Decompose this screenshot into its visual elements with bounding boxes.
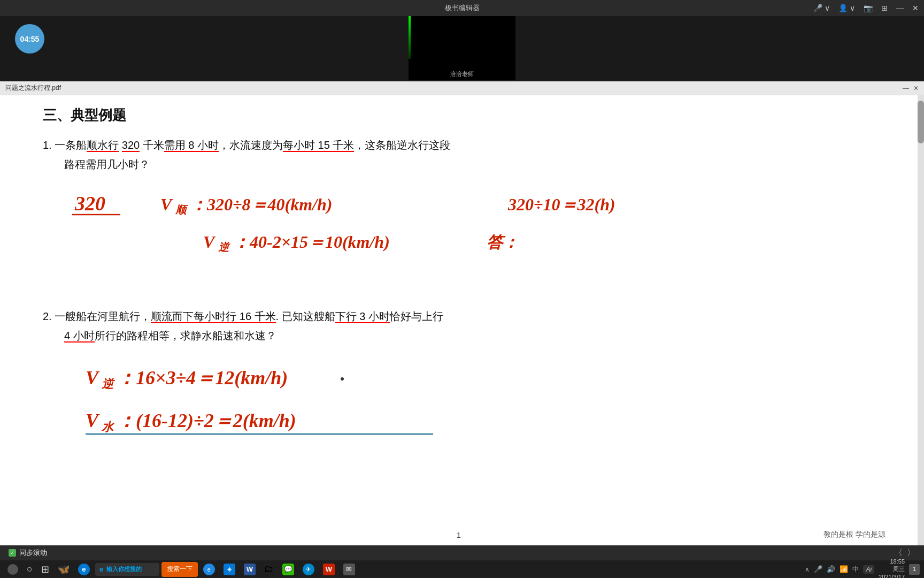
start-button[interactable] xyxy=(4,562,21,577)
arrow-up-icon[interactable]: ∧ xyxy=(805,566,810,573)
wifi-icon[interactable]: 📶 xyxy=(840,565,848,573)
speaker-icon[interactable]: 🔊 xyxy=(827,565,835,573)
right-scrollbar[interactable] xyxy=(918,95,924,546)
page-number: 1 xyxy=(457,531,461,539)
clock-date: 2021/3/17 xyxy=(879,573,905,578)
butterfly-icon: 🦋 xyxy=(58,564,70,575)
chinese-lang[interactable]: 中 xyxy=(852,565,859,574)
svg-text:逆: 逆 xyxy=(218,241,230,253)
taskbar-app-1[interactable]: 🦋 xyxy=(55,562,73,577)
clock-time: 18:55 xyxy=(879,558,905,565)
grid-icon[interactable]: ⊞ xyxy=(881,4,888,12)
nav-arrows[interactable]: 〈 〉 xyxy=(894,547,915,559)
taskbar-icon-windows[interactable]: ⊞ xyxy=(38,562,52,577)
files-icon: 🗂 xyxy=(264,564,274,575)
close-button[interactable]: ✕ xyxy=(912,4,919,12)
taskbar-icon-wps[interactable]: W xyxy=(320,562,338,577)
timer-display: 04:55 xyxy=(15,24,44,54)
mic-icon[interactable]: 🎤 ∨ xyxy=(813,4,830,12)
taskbar-edge[interactable]: e xyxy=(75,562,93,577)
content-area: 三、典型例题 1. 一条船顺水行 320 千米需用 8 小时，水流速度为每小时 … xyxy=(0,95,918,546)
teacher-label: 涪涪老师 xyxy=(409,68,515,80)
formula-v-shun: V xyxy=(160,195,173,214)
search-text: 输入你想搜的 xyxy=(106,565,142,573)
svg-text:：16×3÷4＝12(km/h): ：16×3÷4＝12(km/h) xyxy=(117,367,288,389)
taskbar: ○ ⊞ 🦋 e e 输入你想搜的 搜索一下 e ◈ W 🗂 💬 ✈ W xyxy=(0,560,924,578)
doc-title: 问题之流水行程.pdf xyxy=(5,83,61,93)
problem-2-body1: 一艘船在河里航行，顺流而下每小时行 16 千米. 已知这艘船下行 3 小时恰好与… xyxy=(55,310,443,323)
audio-level-bar xyxy=(409,16,411,59)
edge-icon: e xyxy=(78,564,90,575)
word-icon: W xyxy=(244,564,256,575)
problem-2-svg: V 逆 ：16×3÷4＝12(km/h) V 水 ：(16-12)÷2＝2(km… xyxy=(43,349,791,457)
sync-indicator: ✓ 同步滚动 xyxy=(9,548,47,558)
doc-toolbar: 问题之流水行程.pdf — ✕ xyxy=(0,81,924,95)
mail-icon: ✉ xyxy=(343,564,355,575)
svg-text:：40-2×15＝10(km/h): ：40-2×15＝10(km/h) xyxy=(233,232,390,252)
problem-1: 1. 一条船顺水行 320 千米需用 8 小时，水流速度为每小时 15 千米，这… xyxy=(43,135,886,298)
app-title: 板书编辑器 xyxy=(445,3,480,13)
ai-label: Ai xyxy=(866,566,872,573)
window-controls[interactable]: 🎤 ∨ 👤 ∨ 📷 ⊞ — ✕ xyxy=(813,4,919,12)
svg-text:顺: 顺 xyxy=(175,204,188,216)
sync-label: 同步滚动 xyxy=(19,548,47,558)
taskbar-icon-edge2[interactable]: ◈ xyxy=(220,562,238,577)
problem-1-text: 1. 一条船顺水行 320 千米需用 8 小时，水流速度为每小时 15 千米，这… xyxy=(43,135,886,155)
search-icon: e xyxy=(99,565,103,573)
nav-left-arrow[interactable]: 〈 xyxy=(894,547,903,559)
taskbar-icon-telegram[interactable]: ✈ xyxy=(299,562,318,577)
search-button[interactable]: 搜索一下 xyxy=(161,562,198,577)
problem-1-body: 一条船顺水行 320 千米需用 8 小时，水流速度为每小时 15 千米，这条船逆… xyxy=(55,139,450,152)
section-title: 三、典型例题 xyxy=(43,106,886,125)
formula-right: 320÷10＝32(h) xyxy=(507,195,615,214)
scrollbar-thumb[interactable] xyxy=(918,101,924,143)
minimize-doc-button[interactable]: — xyxy=(903,85,909,92)
taskbar-icon-search[interactable]: ○ xyxy=(24,562,36,577)
problem-2-text1: 2. 一艘船在河里航行，顺流而下每小时行 16 千米. 已知这艘船下行 3 小时… xyxy=(43,307,886,326)
footer-watermark: 教的是根 学的是源 xyxy=(823,530,886,539)
mic-systray-icon[interactable]: 🎤 xyxy=(814,565,822,573)
problem-1-annotations: 320 V 顺 ：320÷8＝40(km/h) 320÷10＝32(h) V 逆… xyxy=(43,178,886,298)
wechat-icon: 💬 xyxy=(282,564,294,575)
taskbar-icon-mail[interactable]: ✉ xyxy=(340,562,358,577)
p2-formula-v-shui: V xyxy=(86,410,100,431)
user-icon[interactable]: 👤 ∨ xyxy=(838,4,855,12)
problem-1-number: 1. xyxy=(43,139,52,151)
taskbar-systray: ∧ 🎤 🔊 📶 中 Ai 18:55 周三 2021/3/17 1 xyxy=(805,558,920,578)
p2-formula-v-ni: V xyxy=(86,367,100,389)
taskbar-icon-word[interactable]: W xyxy=(241,562,259,577)
formula-v-ni: V xyxy=(203,232,216,252)
search-taskbar-icon: ○ xyxy=(27,564,33,575)
toolbar-right[interactable]: — ✕ xyxy=(903,85,919,92)
camera-icon[interactable]: 📷 xyxy=(864,4,873,12)
start-circle xyxy=(7,564,18,575)
problem-1-text2: 路程需用几小时？ xyxy=(64,155,886,174)
nav-right-arrow[interactable]: 〉 xyxy=(907,547,915,559)
ai-label-box[interactable]: Ai xyxy=(863,565,874,574)
minimize-button[interactable]: — xyxy=(896,4,904,12)
svg-text:：(16-12)÷2＝2(km/h): ：(16-12)÷2＝2(km/h) xyxy=(117,410,296,431)
annotation-320: 320 xyxy=(74,192,105,215)
problem-1-svg: 320 V 顺 ：320÷8＝40(km/h) 320÷10＝32(h) V 逆… xyxy=(43,178,791,296)
clock-day: 周三 xyxy=(879,565,905,573)
windows-icon: ⊞ xyxy=(41,564,49,575)
problem-2-text2: 4 小时所行的路程相等，求静水船速和水速？ xyxy=(64,326,886,345)
svg-text:水: 水 xyxy=(101,420,115,434)
edge2-icon: ◈ xyxy=(224,564,235,575)
top-bar: 板书编辑器 🎤 ∨ 👤 ∨ 📷 ⊞ — ✕ xyxy=(0,0,924,16)
svg-point-7 xyxy=(341,377,344,381)
wps-icon: W xyxy=(323,564,335,575)
problem-2-number: 2. xyxy=(43,310,52,322)
page-indicator: 1 xyxy=(909,564,920,575)
answer-label: 答： xyxy=(487,233,519,251)
problem-2-annotations: V 逆 ：16×3÷4＝12(km/h) V 水 ：(16-12)÷2＝2(km… xyxy=(43,349,886,459)
taskbar-icon-files[interactable]: 🗂 xyxy=(261,562,277,577)
video-panel: 涪涪老师 xyxy=(409,16,515,80)
status-bar: ✓ 同步滚动 〈 〉 xyxy=(0,545,924,560)
taskbar-icon-ie[interactable]: e xyxy=(200,562,218,577)
telegram-icon: ✈ xyxy=(303,564,314,575)
taskbar-icon-wechat[interactable]: 💬 xyxy=(279,562,297,577)
problem-2: 2. 一艘船在河里航行，顺流而下每小时行 16 千米. 已知这艘船下行 3 小时… xyxy=(43,307,886,459)
taskbar-search-box[interactable]: e 输入你想搜的 xyxy=(95,563,159,576)
close-doc-button[interactable]: ✕ xyxy=(913,85,919,92)
